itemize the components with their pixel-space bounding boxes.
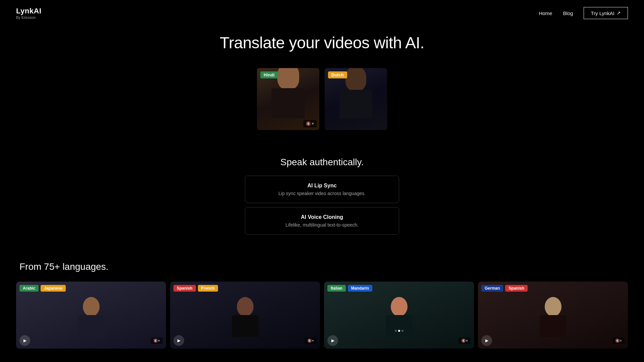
badge-row-italian: Italian Mandarin	[327, 285, 372, 292]
logo-title: LynkAI	[16, 7, 42, 15]
navbar: LynkAI By Ericsson Home Blog Try LynkAI …	[0, 0, 644, 26]
body-italian	[386, 315, 413, 337]
badge-german: German	[481, 285, 503, 292]
video-bg-arabic: Arabic Japanese ▶ 🔇×	[16, 282, 166, 349]
badge-spanish: Spanish	[173, 285, 196, 292]
lip-sync-desc: Lip sync speaker video across languages.	[253, 191, 391, 196]
video-card-dutch: Dutch	[325, 68, 387, 130]
badge-italian: Italian	[327, 285, 346, 292]
home-link[interactable]: Home	[539, 10, 552, 16]
dot-indicator-italian	[395, 330, 404, 332]
language-badge-dutch: Dutch	[328, 71, 347, 78]
play-button-italian[interactable]: ▶	[327, 335, 338, 346]
mute-icon: 🔇	[306, 121, 311, 126]
head-italian	[391, 297, 408, 316]
language-video-grid: Arabic Japanese ▶ 🔇× Spanish French	[16, 282, 628, 349]
video-bg-italian: Italian Mandarin ▶ 🔇×	[324, 282, 474, 349]
lang-video-arabic: Arabic Japanese ▶ 🔇×	[16, 282, 166, 349]
head-german	[545, 297, 561, 316]
figure-spanish	[232, 297, 259, 337]
try-lynkai-button[interactable]: Try LynkAI ↗	[584, 7, 628, 19]
hero-section: Translate your videos with AI. Hindi 🔇 ×…	[0, 0, 644, 235]
hero-video-pair: Hindi 🔇 × Dutch	[0, 68, 644, 130]
external-link-icon: ↗	[616, 10, 621, 16]
person-body-dutch	[339, 90, 372, 118]
video-bg-spanish: Spanish French ▶ 🔇×	[170, 282, 320, 349]
mute-button-italian[interactable]: 🔇×	[459, 338, 471, 344]
head-arabic	[83, 297, 100, 316]
voice-cloning-desc: Lifelike, multilingual text-to-speech.	[253, 222, 391, 228]
figure-german	[540, 297, 567, 337]
body-arabic	[78, 315, 105, 337]
mute-button-arabic[interactable]: 🔇×	[151, 338, 163, 344]
badge-spanish-2: Spanish	[505, 285, 528, 292]
person-head-dutch	[345, 68, 366, 91]
dot-1	[395, 330, 397, 332]
body-spanish	[232, 315, 259, 337]
badge-mandarin: Mandarin	[348, 285, 372, 292]
play-button-german[interactable]: ▶	[481, 335, 492, 346]
video-card-hindi: Hindi 🔇 ×	[257, 68, 319, 130]
languages-title: From 75+ languages.	[16, 261, 628, 272]
badge-row-spanish: Spanish French	[173, 285, 218, 292]
play-button-spanish[interactable]: ▶	[173, 335, 184, 346]
mute-button-hindi[interactable]: 🔇 ×	[303, 120, 317, 127]
language-badge-hindi: Hindi	[260, 71, 278, 78]
badge-row-german: German Spanish	[481, 285, 528, 292]
controls-spanish: ▶ 🔇×	[170, 335, 320, 346]
controls-arabic: ▶ 🔇×	[16, 335, 166, 346]
lang-video-spanish: Spanish French ▶ 🔇×	[170, 282, 320, 349]
person-body	[271, 88, 305, 118]
head-spanish	[237, 297, 254, 316]
controls-german: ▶ 🔇×	[478, 335, 628, 346]
blog-link[interactable]: Blog	[563, 10, 573, 16]
body-german	[540, 315, 567, 337]
nav-links: Home Blog Try LynkAI ↗	[539, 7, 628, 19]
logo-subtitle: By Ericsson	[16, 15, 42, 19]
mute-button-german[interactable]: 🔇×	[612, 338, 625, 344]
lang-video-italian: Italian Mandarin ▶ 🔇×	[324, 282, 474, 349]
badge-arabic: Arabic	[19, 285, 39, 292]
logo: LynkAI By Ericsson	[16, 7, 42, 19]
feature-card-voice-cloning: AI Voice Cloning Lifelike, multilingual …	[245, 207, 399, 235]
play-button-arabic[interactable]: ▶	[19, 335, 30, 346]
feature-card-lip-sync: AI Lip Sync Lip sync speaker video acros…	[245, 176, 399, 203]
speak-section: Speak authentically. AI Lip Sync Lip syn…	[245, 157, 399, 235]
mute-button-spanish[interactable]: 🔇×	[305, 338, 317, 344]
voice-cloning-title: AI Voice Cloning	[253, 214, 391, 220]
badge-row-arabic: Arabic Japanese	[19, 285, 66, 292]
hero-title: Translate your videos with AI.	[0, 34, 644, 52]
video-bg-german: German Spanish ▶ 🔇×	[478, 282, 628, 349]
person-head	[277, 68, 299, 89]
controls-italian: ▶ 🔇×	[324, 335, 474, 346]
figure-arabic	[78, 297, 105, 337]
lang-video-german: German Spanish ▶ 🔇×	[478, 282, 628, 349]
speak-title: Speak authentically.	[245, 157, 399, 168]
lip-sync-title: AI Lip Sync	[253, 183, 391, 189]
badge-french: French	[198, 285, 218, 292]
badge-japanese: Japanese	[41, 285, 66, 292]
languages-section: From 75+ languages. Arabic Japanese ▶ 🔇×	[0, 261, 644, 362]
video-placeholder-dutch: Dutch	[325, 68, 387, 130]
dot-2	[398, 330, 400, 332]
dot-3	[401, 330, 404, 332]
